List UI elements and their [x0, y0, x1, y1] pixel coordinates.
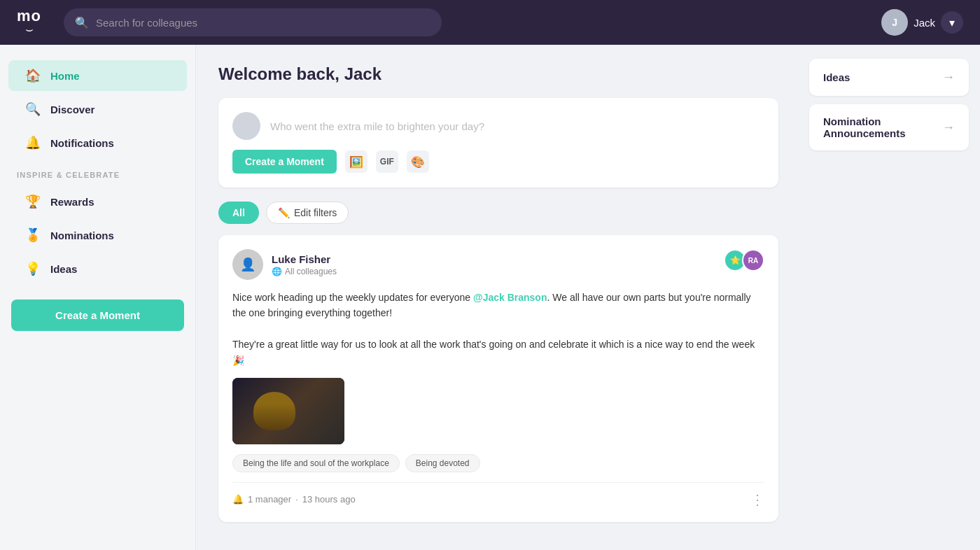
post-body: Nice work heading up the weekly updates … [232, 290, 764, 368]
post-user-info: Luke Fisher 🌐 All colleagues [272, 253, 337, 276]
post-composer: Who went the extra mile to brighten your… [218, 98, 778, 188]
sidebar-item-rewards-label: Rewards [50, 196, 94, 208]
sidebar: 🏠 Home 🔍 Discover 🔔 Notifications INSPIR… [0, 45, 196, 550]
post-managers: 1 manager [248, 494, 291, 505]
right-card-nominations-title: Nomination Announcements [823, 115, 942, 139]
post-footer-left: 🔔 1 manager · 13 hours ago [232, 494, 356, 505]
nav-right: J Jack ▾ [881, 9, 963, 36]
post-user-sub: 🌐 All colleagues [272, 267, 337, 276]
post-footer-dot: · [295, 494, 298, 505]
post-tags: Being the life and soul of the workplace… [232, 454, 764, 472]
badge-purple: RA [742, 249, 764, 272]
ideas-icon: 💡 [25, 261, 41, 276]
composer-row: Who went the extra mile to brighten your… [232, 112, 764, 140]
home-icon: 🏠 [25, 68, 41, 83]
post-body-text: Nice work heading up the weekly updates … [232, 292, 473, 303]
sidebar-item-nominations-label: Nominations [50, 230, 114, 241]
post-user-avatar: 👤 [232, 249, 263, 280]
post-more-button[interactable]: ⋮ [750, 491, 764, 508]
create-moment-sidebar-button[interactable]: Create a Moment [11, 299, 184, 331]
search-input[interactable] [96, 17, 430, 29]
composer-placeholder[interactable]: Who went the extra mile to brighten your… [270, 120, 764, 132]
user-dropdown-button[interactable]: ▾ [941, 11, 963, 34]
gif-upload-button[interactable]: GIF [376, 150, 398, 173]
filter-all-button[interactable]: All [218, 202, 259, 224]
composer-avatar [232, 112, 260, 140]
post-user-name: Luke Fisher [272, 253, 337, 265]
logo-smile: ⌣ [25, 22, 34, 37]
right-card-ideas-title: Ideas [823, 71, 850, 83]
bell-icon: 🔔 [25, 135, 41, 150]
post-tag-0: Being the life and soul of the workplace [232, 454, 400, 472]
post-mention[interactable]: @Jack Branson [473, 292, 547, 303]
right-card-nominations[interactable]: Nomination Announcements → [809, 104, 969, 150]
user-name: Jack [913, 17, 935, 29]
color-picker-button[interactable]: 🎨 [407, 150, 429, 173]
gif-figure [253, 392, 295, 430]
right-panel: Ideas → Nomination Announcements → [798, 45, 980, 550]
sidebar-item-discover-label: Discover [50, 104, 94, 115]
sidebar-item-ideas-label: Ideas [50, 263, 77, 275]
arrow-right-icon-2: → [942, 120, 955, 135]
sidebar-section-label: INSPIRE & CELEBRATE [0, 160, 195, 185]
sidebar-item-notifications-label: Notifications [50, 137, 114, 149]
sidebar-item-home[interactable]: 🏠 Home [8, 60, 187, 91]
nominations-icon: 🏅 [25, 227, 41, 243]
discover-icon: 🔍 [25, 101, 41, 117]
filter-bar: All ✏️ Edit filters [218, 202, 778, 224]
logo-text: mo [17, 8, 41, 24]
main-content: Welcome back, Jack Who went the extra mi… [196, 45, 798, 550]
avatar: J [881, 9, 908, 36]
arrow-right-icon: → [942, 70, 955, 85]
right-card-ideas[interactable]: Ideas → [809, 59, 969, 96]
search-icon: 🔍 [75, 16, 89, 29]
rewards-icon: 🏆 [25, 194, 41, 209]
post-card: 👤 Luke Fisher 🌐 All colleagues ⭐ RA Nice [218, 235, 778, 522]
post-header: 👤 Luke Fisher 🌐 All colleagues ⭐ RA [232, 249, 764, 280]
page-title: Welcome back, Jack [218, 64, 778, 84]
top-navigation: mo ⌣ 🔍 J Jack ▾ [0, 0, 980, 45]
post-footer: 🔔 1 manager · 13 hours ago ⋮ [232, 482, 764, 508]
post-user: 👤 Luke Fisher 🌐 All colleagues [232, 249, 337, 280]
create-moment-composer-button[interactable]: Create a Moment [232, 150, 337, 174]
globe-icon: 🌐 [272, 267, 282, 276]
sidebar-item-discover[interactable]: 🔍 Discover [8, 94, 187, 125]
composer-actions: Create a Moment 🖼️ GIF 🎨 [232, 150, 764, 174]
post-audience: All colleagues [285, 267, 337, 276]
post-gif: HAVE YOU HEARD ABOUT THIS? [232, 378, 344, 444]
filter-edit-button[interactable]: ✏️ Edit filters [266, 202, 349, 224]
sidebar-item-home-label: Home [50, 70, 80, 82]
pencil-icon: ✏️ [278, 207, 290, 218]
sidebar-item-ideas[interactable]: 💡 Ideas [8, 253, 187, 284]
post-tag-1: Being devoted [405, 454, 480, 472]
sidebar-item-rewards[interactable]: 🏆 Rewards [8, 186, 187, 217]
sidebar-item-nominations[interactable]: 🏅 Nominations [8, 220, 187, 251]
manager-icon: 🔔 [232, 494, 244, 505]
filter-edit-label: Edit filters [294, 207, 337, 218]
post-time: 13 hours ago [302, 494, 356, 505]
image-upload-button[interactable]: 🖼️ [345, 150, 368, 173]
post-body-second: They're a great little way for us to loo… [232, 339, 755, 365]
main-layout: 🏠 Home 🔍 Discover 🔔 Notifications INSPIR… [0, 45, 980, 550]
search-bar[interactable]: 🔍 [64, 8, 442, 36]
sidebar-item-notifications[interactable]: 🔔 Notifications [8, 127, 187, 158]
post-badges: ⭐ RA [728, 249, 764, 272]
app-logo: mo ⌣ [17, 8, 41, 37]
